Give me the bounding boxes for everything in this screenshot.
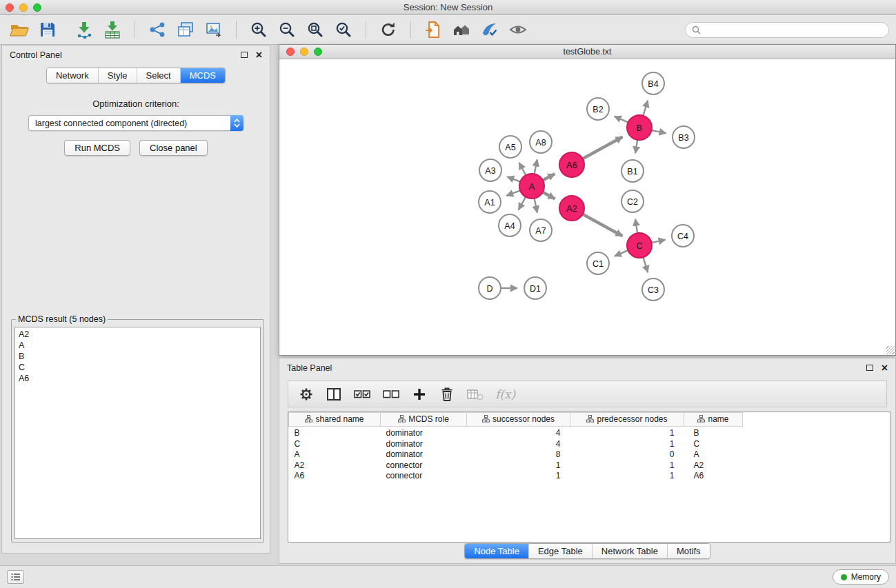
session-file-button[interactable] bbox=[421, 17, 446, 42]
tab-mcds[interactable]: MCDS bbox=[181, 68, 225, 83]
table-cell[interactable]: 1 bbox=[570, 460, 684, 472]
graph-edge-A-A3[interactable] bbox=[507, 176, 520, 181]
graph-edge-A-A7[interactable] bbox=[535, 199, 537, 213]
close-network-window-button[interactable] bbox=[286, 48, 295, 56]
function-builder-button[interactable]: f(x) bbox=[495, 384, 515, 405]
export-image-button[interactable] bbox=[201, 17, 226, 42]
table-cell[interactable]: dominator bbox=[381, 449, 467, 460]
refresh-button[interactable] bbox=[376, 17, 401, 42]
table-row[interactable]: Bdominator41B bbox=[289, 427, 743, 439]
table-row[interactable]: A2connector11A2 bbox=[289, 460, 743, 472]
graph-edge-A-A6[interactable] bbox=[543, 174, 555, 180]
show-hide-button[interactable] bbox=[506, 17, 530, 42]
zoom-fit-button[interactable] bbox=[303, 17, 328, 42]
graph-edge-A-A1[interactable] bbox=[506, 190, 520, 195]
minimize-window-button[interactable] bbox=[19, 3, 28, 12]
table-cell[interactable]: 4 bbox=[467, 427, 570, 439]
table-cell[interactable]: 4 bbox=[467, 439, 570, 450]
network-canvas[interactable]: B4B2BB3A5A8A6B1A3AA1A2C2A4A7C4CC1C3DD1 bbox=[279, 59, 895, 355]
table-cell[interactable]: connector bbox=[381, 471, 467, 482]
tab-edge-table[interactable]: Edge Table bbox=[529, 544, 593, 558]
graph-edge-A6-B[interactable] bbox=[583, 137, 623, 159]
graph-edge-B-B1[interactable] bbox=[635, 140, 637, 154]
table-cell[interactable]: A6 bbox=[684, 471, 743, 482]
table-cell[interactable]: A2 bbox=[684, 460, 743, 472]
result-item[interactable]: C bbox=[19, 362, 257, 373]
graph-edge-B-B3[interactable] bbox=[652, 130, 666, 134]
table-cell[interactable]: 1 bbox=[570, 471, 684, 482]
graph-edge-A-A2[interactable] bbox=[543, 192, 555, 199]
home-button[interactable] bbox=[449, 17, 474, 42]
zoom-selected-button[interactable] bbox=[331, 17, 356, 42]
close-table-panel-icon[interactable]: × bbox=[882, 365, 888, 372]
close-window-button[interactable] bbox=[6, 3, 14, 12]
float-panel-icon[interactable] bbox=[241, 52, 248, 58]
table-row[interactable]: A6connector11A6 bbox=[289, 471, 743, 482]
graph-edge-A-A4[interactable] bbox=[519, 197, 526, 210]
zoom-in-button[interactable] bbox=[246, 17, 271, 42]
new-network-button[interactable] bbox=[145, 17, 170, 42]
graph-edge-C-C4[interactable] bbox=[652, 240, 666, 243]
result-item[interactable]: B bbox=[19, 351, 257, 362]
table-cell[interactable]: 8 bbox=[467, 449, 570, 460]
table-settings-button[interactable] bbox=[298, 384, 315, 405]
tab-network[interactable]: Network bbox=[47, 68, 99, 83]
table-cell[interactable]: B bbox=[289, 427, 381, 439]
minimize-network-window-button[interactable] bbox=[300, 48, 308, 56]
network-graph[interactable]: B4B2BB3A5A8A6B1A3AA1A2C2A4A7C4CC1C3DD1 bbox=[279, 59, 895, 355]
close-panel-button[interactable]: Close panel bbox=[139, 140, 208, 156]
table-cell[interactable]: 1 bbox=[467, 460, 570, 472]
table-cell[interactable]: C bbox=[289, 439, 381, 450]
tab-style[interactable]: Style bbox=[99, 68, 137, 83]
graph-edge-C-C1[interactable] bbox=[615, 250, 628, 256]
table-cell[interactable]: 1 bbox=[570, 439, 684, 450]
save-session-button[interactable] bbox=[35, 17, 60, 42]
table-cell[interactable]: 1 bbox=[570, 427, 684, 439]
zoom-out-button[interactable] bbox=[275, 17, 299, 42]
table-cell[interactable]: A bbox=[684, 449, 743, 460]
result-item[interactable]: A2 bbox=[19, 329, 257, 340]
memory-button[interactable]: Memory bbox=[833, 569, 889, 585]
tab-select[interactable]: Select bbox=[137, 68, 181, 83]
graph-edge-C-C3[interactable] bbox=[643, 257, 648, 272]
result-item[interactable]: A6 bbox=[19, 373, 257, 384]
graph-edge-A2-C[interactable] bbox=[583, 214, 623, 236]
deselect-all-button[interactable] bbox=[382, 384, 400, 405]
column-header-successor-nodes[interactable]: successor nodes bbox=[467, 413, 570, 427]
table-cell[interactable]: C bbox=[684, 439, 743, 450]
table-cell[interactable]: A6 bbox=[289, 471, 381, 482]
search-field[interactable] bbox=[685, 22, 889, 38]
open-file-button[interactable] bbox=[7, 17, 32, 42]
graph-edge-C-C2[interactable] bbox=[635, 219, 637, 234]
import-network-from-file-button[interactable] bbox=[72, 17, 97, 42]
graph-edge-B-B2[interactable] bbox=[615, 116, 628, 123]
add-column-button[interactable] bbox=[411, 384, 428, 405]
tab-motifs[interactable]: Motifs bbox=[668, 544, 710, 558]
delete-column-button[interactable] bbox=[439, 384, 455, 405]
import-table-from-file-button[interactable] bbox=[100, 17, 125, 42]
delete-table-button[interactable] bbox=[466, 384, 484, 405]
clone-network-button[interactable] bbox=[173, 17, 198, 42]
optimization-criterion-dropdown[interactable]: largest connected component (directed) bbox=[28, 115, 243, 131]
table-cell[interactable]: dominator bbox=[381, 427, 467, 439]
select-all-button[interactable] bbox=[353, 384, 371, 405]
float-table-panel-icon[interactable] bbox=[866, 365, 873, 371]
tab-node-table[interactable]: Node Table bbox=[465, 544, 529, 558]
task-history-button[interactable] bbox=[7, 570, 24, 584]
table-cell[interactable]: B bbox=[684, 427, 743, 439]
mcds-result-list[interactable]: A2ABCA6 bbox=[14, 327, 261, 539]
column-header-predecessor-nodes[interactable]: predecessor nodes bbox=[570, 413, 684, 427]
table-cell[interactable]: 0 bbox=[570, 449, 684, 460]
graph-edge-A-A5[interactable] bbox=[519, 163, 526, 175]
graph-edge-A-A8[interactable] bbox=[535, 160, 537, 174]
node-table[interactable]: shared nameMCDS rolesuccessor nodesprede… bbox=[288, 412, 890, 543]
column-header-shared-name[interactable]: shared name bbox=[289, 413, 381, 427]
close-panel-icon[interactable]: × bbox=[256, 52, 262, 59]
show-columns-button[interactable] bbox=[326, 384, 342, 405]
apply-style-button[interactable] bbox=[477, 17, 502, 42]
table-row[interactable]: Cdominator41C bbox=[289, 439, 743, 450]
table-cell[interactable]: A2 bbox=[289, 460, 381, 472]
tab-network-table[interactable]: Network Table bbox=[593, 544, 668, 558]
search-input[interactable] bbox=[704, 25, 882, 34]
column-header-name[interactable]: name bbox=[684, 413, 743, 427]
